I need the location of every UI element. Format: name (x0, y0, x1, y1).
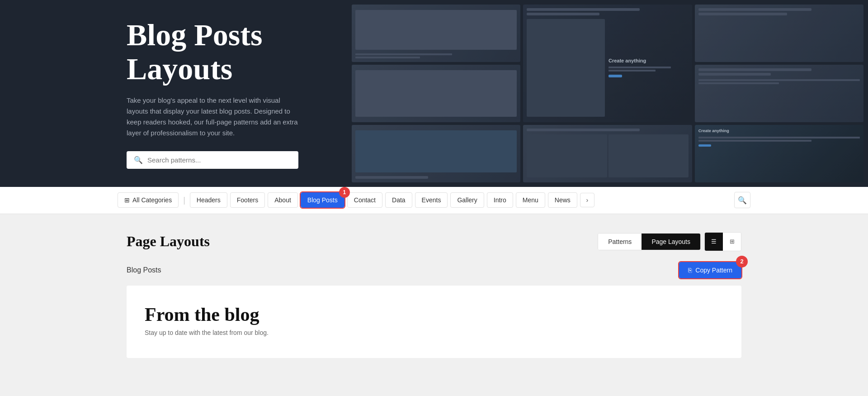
category-gallery[interactable]: Gallery (450, 192, 484, 208)
preview-card-6 (352, 125, 520, 182)
copy-icon: ⎘ (688, 267, 692, 274)
category-events[interactable]: Events (415, 192, 448, 208)
hero-previews: Create anything (347, 0, 868, 187)
category-more-arrow[interactable]: › (580, 193, 594, 207)
category-footers[interactable]: Footers (230, 192, 265, 208)
toggle-patterns-btn[interactable]: Patterns (598, 234, 642, 250)
category-contact[interactable]: Contact (347, 192, 382, 208)
badge-1: 1 (339, 187, 350, 198)
blog-posts-header: Blog Posts ⎘ Copy Pattern 2 (127, 262, 741, 278)
category-news[interactable]: News (548, 192, 577, 208)
patterns-toggle-group: Patterns Page Layouts (598, 233, 701, 250)
copy-pattern-wrapper: ⎘ Copy Pattern 2 (679, 262, 741, 278)
grid-view-icon: ⊞ (730, 238, 735, 245)
category-bar: ⊞ All Categories | Headers Footers About… (0, 187, 868, 214)
pattern-subtitle: Stay up to date with the latest from our… (145, 329, 723, 336)
search-input[interactable] (147, 156, 291, 164)
pattern-preview-card: From the blog Stay up to date with the l… (127, 286, 741, 358)
category-data[interactable]: Data (385, 192, 412, 208)
preview-card-7 (523, 125, 692, 182)
from-blog-title: From the blog (145, 304, 723, 325)
search-icon: 🔍 (134, 156, 143, 164)
create-anything-label: Create anything (609, 58, 687, 63)
section-title: Page Layouts (127, 233, 210, 250)
list-icon: ☰ (711, 238, 717, 245)
badge-2: 2 (736, 256, 748, 267)
list-view-btn[interactable]: ☰ (705, 233, 723, 251)
hero-content: Blog Posts Layouts Take your blog's appe… (0, 18, 316, 169)
category-headers[interactable]: Headers (190, 192, 227, 208)
preview-card-8: Create anything (695, 125, 863, 182)
category-divider: | (181, 196, 187, 205)
view-controls: ☰ ⊞ (704, 232, 741, 251)
copy-pattern-label: Copy Pattern (695, 267, 732, 274)
category-all[interactable]: ⊞ All Categories (118, 192, 179, 208)
hero-title: Blog Posts Layouts (127, 18, 316, 86)
hero-section: Blog Posts Layouts Take your blog's appe… (0, 0, 868, 187)
category-search-btn[interactable]: 🔍 (734, 192, 750, 208)
search-box: 🔍 (127, 151, 298, 169)
main-content: Page Layouts Patterns Page Layouts ☰ ⊞ B… (0, 214, 868, 376)
grid-icon: ⊞ (124, 196, 130, 204)
category-about[interactable]: About (268, 192, 298, 208)
all-categories-label: All Categories (132, 196, 172, 204)
blog-posts-subtitle: Blog Posts (127, 266, 161, 274)
create-anything-label-2: Create anything (698, 129, 860, 133)
search-icon-category: 🔍 (738, 196, 747, 205)
preview-card-3 (695, 5, 863, 62)
toggle-page-layouts-btn[interactable]: Page Layouts (642, 234, 700, 250)
preview-card-2: Create anything (523, 5, 692, 122)
category-menu[interactable]: Menu (516, 192, 545, 208)
hero-description: Take your blog's appeal to the next leve… (127, 95, 298, 138)
copy-pattern-button[interactable]: ⎘ Copy Pattern (679, 262, 741, 278)
grid-view-btn[interactable]: ⊞ (723, 233, 741, 251)
category-blog-posts[interactable]: Blog Posts (301, 192, 344, 208)
category-intro[interactable]: Intro (487, 192, 513, 208)
preview-card-4 (352, 65, 520, 122)
preview-card-5 (695, 65, 863, 122)
category-blog-posts-wrapper: Blog Posts 1 (301, 192, 344, 208)
preview-card-1 (352, 5, 520, 62)
section-header: Page Layouts Patterns Page Layouts ☰ ⊞ (127, 232, 741, 251)
